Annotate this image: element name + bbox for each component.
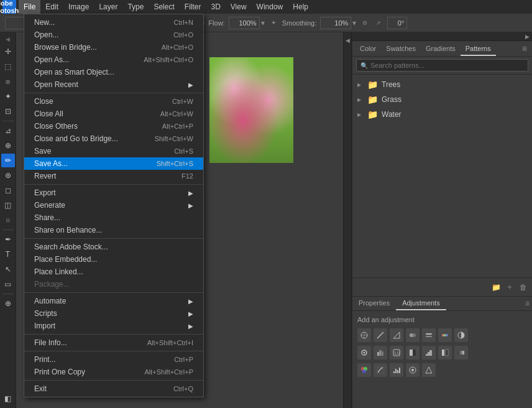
menu-type[interactable]: Type [122, 0, 149, 14]
menu-file[interactable]: File [19, 0, 40, 14]
tool-eyedropper[interactable]: ⊿ [1, 124, 15, 137]
menu-layer[interactable]: Layer [94, 0, 122, 14]
adj-color-balance-icon[interactable] [438, 328, 452, 342]
menu-item-share-behance[interactable]: Share on Behance... [24, 224, 203, 236]
menu-help[interactable]: Help [288, 0, 313, 14]
tab-gradients[interactable]: Gradients [421, 42, 461, 56]
new-group-icon[interactable]: 📁 [490, 281, 502, 294]
menu-filter[interactable]: Filter [180, 0, 206, 14]
smoothing-dropdown-icon[interactable]: ▾ [352, 19, 356, 27]
adj-color-filter-icon[interactable] [422, 363, 436, 377]
tool-select-rect[interactable]: ⬚ [1, 60, 15, 73]
menu-item-share[interactable]: Share... [24, 211, 203, 224]
adj-black-white-icon[interactable] [454, 328, 468, 342]
menu-item-print[interactable]: Print... Ctrl+P [24, 353, 203, 366]
adj-curves2-icon[interactable] [374, 363, 387, 377]
tab-swatches[interactable]: Swatches [381, 42, 421, 56]
menu-item-file-info[interactable]: File Info... Alt+Shift+Ctrl+I [24, 336, 203, 349]
tool-eraser[interactable]: ◻ [1, 183, 15, 197]
tool-lasso[interactable]: ⌾ [1, 75, 15, 88]
tool-shape[interactable]: ▭ [1, 277, 15, 291]
left-toolbar-collapse[interactable]: ◀ [6, 35, 10, 44]
tab-properties[interactable]: Properties [352, 297, 396, 310]
adj-exposure-icon[interactable] [390, 328, 403, 342]
menu-item-search-stock[interactable]: Search Adobe Stock... [24, 241, 203, 253]
pattern-group-grass[interactable]: ▶ 📁 Grass [352, 92, 532, 107]
tool-type[interactable]: T [1, 248, 15, 261]
menu-item-generate[interactable]: Generate ▶ [24, 199, 203, 211]
flow-dropdown-icon[interactable]: ▾ [261, 19, 265, 27]
adj-threshold-icon[interactable] [438, 346, 452, 359]
tool-pen[interactable]: ✒ [1, 233, 15, 246]
menu-item-close-all[interactable]: Close All Alt+Ctrl+W [24, 108, 203, 120]
menu-item-scripts[interactable]: Scripts ▶ [24, 307, 203, 320]
menu-item-close-others[interactable]: Close Others Alt+Ctrl+P [24, 120, 203, 132]
adj-photo-filter-icon[interactable] [357, 346, 371, 359]
patterns-search-input[interactable] [370, 62, 524, 69]
menu-view[interactable]: View [226, 0, 252, 14]
menu-item-new[interactable]: New... Ctrl+N [24, 16, 203, 29]
menu-item-import[interactable]: Import ▶ [24, 320, 203, 332]
adj-color-lookup-icon[interactable]: LUT [390, 346, 403, 359]
menu-item-open[interactable]: Open... Ctrl+O [24, 29, 203, 41]
adj-panel-menu-icon[interactable]: ≡ [523, 297, 532, 310]
adj-channel-mixer-icon[interactable] [374, 346, 387, 359]
tab-patterns[interactable]: Patterns [461, 42, 496, 56]
tool-dodge[interactable]: ○ [1, 213, 15, 227]
right-panel-collapse[interactable]: ▶ [525, 34, 530, 40]
new-pattern-icon[interactable]: + [503, 281, 516, 294]
airbrush-icon[interactable]: ✦ [268, 18, 278, 28]
adj-brightness-icon[interactable] [357, 328, 371, 342]
tool-crop[interactable]: ⊡ [1, 104, 15, 118]
menu-edit[interactable]: Edit [40, 0, 63, 14]
menu-item-close-bridge[interactable]: Close and Go to Bridge... Shift+Ctrl+W [24, 132, 203, 145]
adj-posterize-icon[interactable] [422, 346, 436, 359]
tab-color[interactable]: Color [355, 42, 381, 56]
adj-curves-icon[interactable] [374, 328, 387, 342]
menu-item-exit[interactable]: Exit Ctrl+Q [24, 382, 203, 395]
adj-gradient-map-icon[interactable] [454, 346, 468, 359]
pattern-group-water[interactable]: ▶ 📁 Water [352, 107, 532, 122]
tool-path-select[interactable]: ↖ [1, 262, 15, 276]
adj-vibrance-icon[interactable] [406, 328, 420, 342]
tool-brush[interactable]: ✏ [1, 154, 15, 167]
tool-magic-wand[interactable]: ✦ [1, 90, 15, 103]
menu-3d[interactable]: 3D [206, 0, 225, 14]
menu-item-save[interactable]: Save Ctrl+S [24, 145, 203, 157]
menu-item-open-smart[interactable]: Open as Smart Object... [24, 66, 203, 78]
menu-item-save-as[interactable]: Save As... Shift+Ctrl+S [24, 157, 203, 170]
menu-item-browse-bridge[interactable]: Browse in Bridge... Alt+Ctrl+O [24, 41, 203, 53]
collapse-arrow-left[interactable]: ◀ [346, 37, 350, 44]
menu-item-place-embedded[interactable]: Place Embedded... [24, 253, 203, 266]
menu-window[interactable]: Window [252, 0, 288, 14]
adj-selective-color-icon[interactable] [357, 363, 371, 377]
flow-input[interactable] [229, 17, 260, 29]
pattern-group-trees[interactable]: ▶ 📁 Trees [352, 77, 532, 92]
tool-foreground-bg[interactable]: ◧ [1, 392, 15, 406]
menu-item-revert[interactable]: Revert F12 [24, 170, 203, 182]
panel-collapse-strip[interactable]: ◀ [343, 32, 352, 408]
menu-image[interactable]: Image [63, 0, 94, 14]
adj-hsl-icon[interactable] [422, 328, 436, 342]
tab-adjustments[interactable]: Adjustments [396, 297, 446, 310]
menu-item-open-as[interactable]: Open As... Alt+Shift+Ctrl+O [24, 53, 203, 66]
adj-levels-icon[interactable] [390, 363, 403, 377]
angle-input[interactable] [387, 17, 407, 29]
tool-move[interactable]: ✛ [1, 45, 15, 58]
menu-item-place-linked[interactable]: Place Linked... [24, 266, 203, 278]
menu-item-export[interactable]: Export ▶ [24, 187, 203, 199]
adj-invert-icon[interactable] [406, 346, 420, 359]
menu-item-open-recent[interactable]: Open Recent ▶ [24, 78, 203, 91]
menu-item-close[interactable]: Close Ctrl+W [24, 95, 203, 108]
tool-gradient[interactable]: ◫ [1, 198, 15, 212]
smoothing-options-icon[interactable]: ⚙ [360, 18, 370, 28]
tool-zoom[interactable]: ⊕ [1, 297, 15, 310]
menu-item-automate[interactable]: Automate ▶ [24, 295, 203, 307]
panel-tab-menu-icon[interactable]: ≡ [520, 41, 530, 56]
menu-select[interactable]: Select [149, 0, 179, 14]
tool-clone[interactable]: ⊛ [1, 169, 15, 182]
adj-saturation-icon[interactable] [406, 363, 420, 377]
delete-pattern-icon[interactable]: 🗑 [517, 281, 530, 294]
smoothing-input[interactable] [320, 17, 351, 29]
tool-spot-heal[interactable]: ⊕ [1, 139, 15, 152]
